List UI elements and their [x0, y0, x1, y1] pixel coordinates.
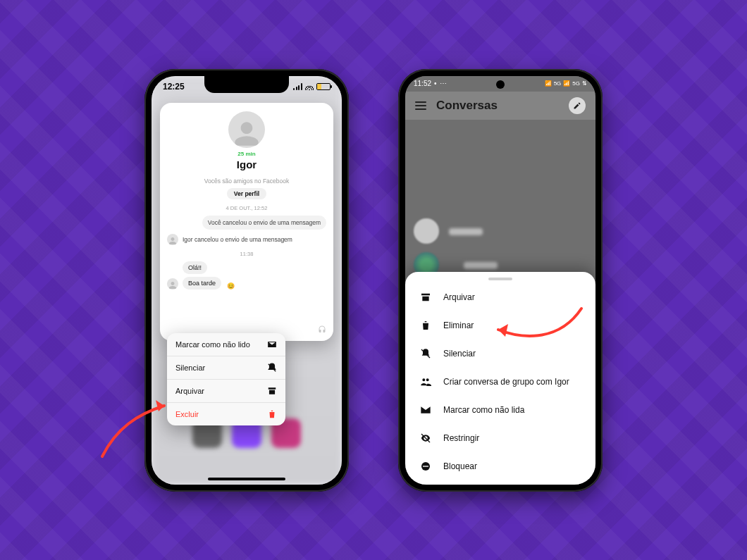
- contact-name: Igor: [237, 158, 257, 170]
- mail-icon: [419, 404, 432, 416]
- app-header: Conversas: [405, 92, 595, 120]
- menu-archive[interactable]: Arquivar: [167, 380, 285, 403]
- reaction-emoji: 😊: [227, 282, 235, 290]
- home-indicator[interactable]: [208, 478, 285, 480]
- sheet-label: Restringir: [443, 433, 479, 443]
- message-thread: Olá!! Boa tarde 😊: [167, 261, 326, 290]
- timestamp: 4 DE OUT., 12:52: [226, 205, 268, 211]
- network-label: 5G: [554, 80, 562, 87]
- bottom-sheet: Arquivar Eliminar Silenciar Criar conver…: [405, 272, 595, 485]
- svg-rect-2: [423, 466, 428, 466]
- status-time: 12:25: [163, 82, 185, 92]
- conversation-preview[interactable]: 25 min Igor Vocês são amigos no Facebook…: [160, 103, 333, 341]
- camera-punch-hole: [496, 80, 505, 89]
- more-notifications-icon: ⋯: [440, 80, 447, 87]
- status-indicators: [293, 83, 331, 90]
- pencil-icon: [573, 101, 581, 110]
- menu-label: Marcar como não lido: [175, 340, 250, 349]
- menu-label: Silenciar: [175, 363, 205, 372]
- friends-subtitle: Vocês são amigos no Facebook: [204, 178, 290, 185]
- contact-avatar: [414, 218, 439, 244]
- group-icon: [419, 375, 432, 388]
- signal-icon: 📶: [563, 80, 570, 87]
- menu-delete[interactable]: Excluir: [167, 403, 285, 425]
- notification-dot-icon: •: [434, 80, 437, 87]
- sheet-restrict[interactable]: Restringir: [405, 424, 595, 452]
- menu-label: Arquivar: [175, 387, 204, 395]
- trash-icon: [419, 319, 432, 332]
- sheet-block[interactable]: Bloquear: [405, 452, 595, 480]
- wifi-icon: [304, 83, 314, 90]
- contact-avatar: [228, 111, 265, 148]
- archive-icon: [267, 386, 277, 396]
- view-profile-button[interactable]: Ver perfil: [227, 188, 266, 199]
- hamburger-menu-button[interactable]: [415, 101, 426, 110]
- restrict-icon: [419, 432, 432, 444]
- headset-icon: [318, 325, 326, 335]
- sheet-grabber[interactable]: [488, 278, 512, 280]
- timestamp: 11:38: [240, 251, 254, 257]
- message-bubble: Olá!!: [183, 261, 207, 274]
- signal-icon: 📶: [545, 80, 552, 87]
- iphone-notch: [204, 76, 289, 93]
- bell-off-icon: [267, 363, 277, 373]
- status-time: 11:52: [414, 80, 431, 87]
- system-message-row: Igor cancelou o envio de uma mensagem: [167, 234, 326, 245]
- sheet-label: Marcar como não lida: [443, 405, 524, 415]
- android-screen: 11:52 • ⋯ 📶 5G 📶 5G ⇅ Conversas: [405, 76, 595, 485]
- sheet-label: Silenciar: [443, 349, 476, 359]
- sheet-label: Arquivar: [443, 292, 475, 302]
- compose-button[interactable]: [569, 97, 586, 114]
- page-title: Conversas: [436, 99, 498, 113]
- system-message-text: Igor cancelou o envio de uma mensagem: [183, 236, 292, 243]
- message-bubble: Boa tarde: [183, 277, 221, 290]
- menu-mark-unread[interactable]: Marcar como não lido: [167, 333, 285, 356]
- iphone-mockup: 12:25 25 min Igor Vocês são amigos no Fa…: [144, 69, 349, 492]
- tutorial-comparison: 12:25 25 min Igor Vocês são amigos no Fa…: [0, 0, 747, 560]
- archive-icon: [419, 291, 432, 304]
- context-menu: Marcar como não lido Silenciar Arquivar …: [167, 333, 285, 425]
- cellular-icon: [293, 83, 302, 90]
- mini-avatar: [167, 278, 178, 290]
- active-badge: 25 min: [237, 151, 255, 157]
- mail-icon: [267, 340, 277, 349]
- menu-mute[interactable]: Silenciar: [167, 356, 285, 380]
- mini-avatar: [167, 234, 178, 245]
- battery-icon: [316, 83, 331, 90]
- sheet-label: Criar conversa de grupo com Igor: [443, 377, 569, 387]
- sheet-mark-unread[interactable]: Marcar como não lida: [405, 396, 595, 424]
- iphone-screen: 12:25 25 min Igor Vocês são amigos no Fa…: [152, 76, 342, 485]
- sheet-create-group[interactable]: Criar conversa de grupo com Igor: [405, 368, 595, 396]
- sheet-delete[interactable]: Eliminar: [405, 311, 595, 340]
- bell-off-icon: [419, 347, 432, 360]
- sheet-archive[interactable]: Arquivar: [405, 283, 595, 311]
- data-icon: ⇅: [582, 80, 587, 87]
- menu-label: Excluir: [175, 410, 199, 418]
- sheet-mute[interactable]: Silenciar: [405, 340, 595, 368]
- trash-icon: [267, 409, 277, 419]
- sheet-label: Eliminar: [443, 321, 474, 330]
- block-icon: [419, 460, 432, 473]
- android-mockup: 11:52 • ⋯ 📶 5G 📶 5G ⇅ Conversas: [398, 69, 603, 492]
- system-message: Você cancelou o envio de uma mensagem: [202, 216, 326, 230]
- person-icon: [233, 120, 261, 148]
- network-label: 5G: [572, 80, 580, 87]
- sheet-label: Bloquear: [443, 461, 477, 471]
